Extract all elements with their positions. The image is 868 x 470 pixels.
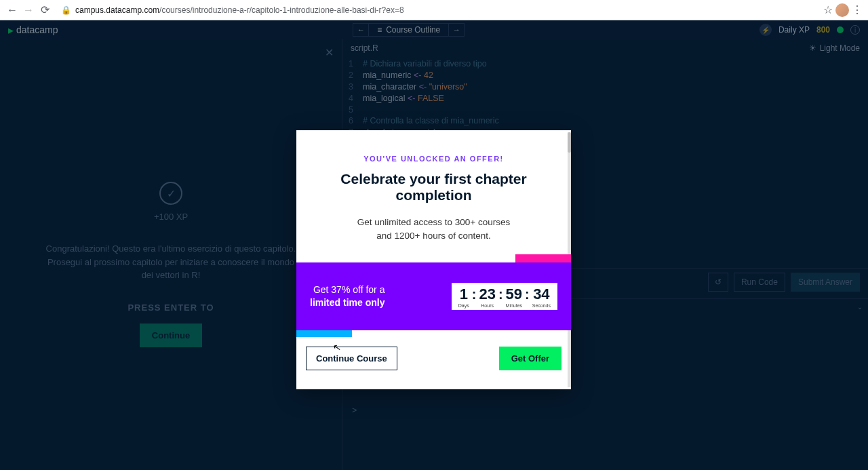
timer-seconds: 34 [532,287,551,302]
get-offer-button[interactable]: Get Offer [499,347,561,370]
url-path: /courses/introduzione-a-r/capitolo-1-int… [159,5,404,15]
modal-subtitle: Get unlimited access to 300+ courses and… [310,216,557,242]
back-button[interactable]: ← [5,3,19,17]
modal-actions: Continue Course Get Offer [296,330,571,389]
timer-minutes: 59 [506,287,523,302]
promo-banner: Get 37% off for a limited time only 1Day… [296,262,571,330]
cyan-accent [296,330,352,337]
promo-text: Get 37% off for a limited time only [310,283,384,309]
lock-icon: 🔒 [61,5,71,15]
unlock-label: YOU'VE UNLOCKED AN OFFER! [310,155,557,163]
menu-icon[interactable]: ⋮ [852,3,863,16]
avatar[interactable] [835,3,849,17]
address-bar[interactable]: 🔒 campus.datacamp.com/courses/introduzio… [54,5,821,15]
url-host: campus.datacamp.com [75,5,159,15]
timer-days: 1 [458,287,469,302]
browser-toolbar: ← → ⟳ 🔒 campus.datacamp.com/courses/intr… [0,0,868,20]
cursor-icon: ↖ [332,341,342,353]
timer-hours: 23 [479,287,495,302]
countdown-timer: 1Days : 23Hours : 59Minutes : 34Seconds [452,283,557,310]
reload-button[interactable]: ⟳ [38,3,52,17]
continue-course-button[interactable]: Continue Course [306,347,397,370]
forward-button[interactable]: → [22,3,35,17]
pink-accent [515,254,571,262]
bookmark-icon[interactable]: ☆ [823,3,833,16]
modal-title: Celebrate your first chapter completion [310,171,557,203]
